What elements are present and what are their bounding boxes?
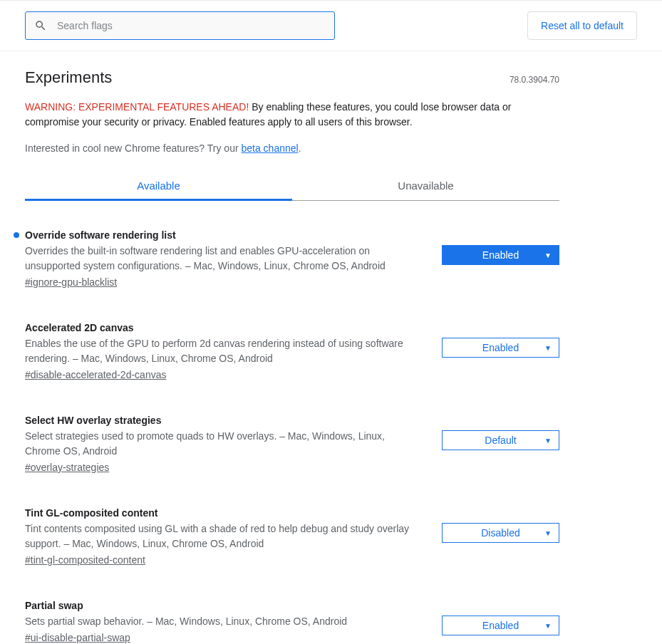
flag-title-text: Accelerated 2D canvas xyxy=(25,322,134,333)
flag-select[interactable]: Enabled▼ xyxy=(442,245,559,265)
flag-row: Select HW overlay strategiesSelect strat… xyxy=(25,415,559,473)
chevron-down-icon: ▼ xyxy=(544,251,552,259)
tab-unavailable[interactable]: Unavailable xyxy=(292,172,559,200)
content-area: Experiments 78.0.3904.70 WARNING: EXPERI… xyxy=(0,51,584,643)
search-container[interactable] xyxy=(25,11,335,40)
flag-row: Override software rendering listOverride… xyxy=(25,229,559,288)
flag-title: Partial swap xyxy=(25,600,420,611)
flags-list: Override software rendering listOverride… xyxy=(25,201,559,643)
flag-text: Partial swapSets partial swap behavior. … xyxy=(25,600,442,643)
flag-select-wrap: Disabled▼ xyxy=(442,507,559,543)
flag-hash-link[interactable]: #ui-disable-partial-swap xyxy=(25,632,130,643)
flag-title-text: Select HW overlay strategies xyxy=(25,415,161,426)
flag-select-value: Disabled xyxy=(481,527,519,539)
flag-select-wrap: Default▼ xyxy=(442,415,559,450)
flag-hash-link[interactable]: #ignore-gpu-blacklist xyxy=(25,276,117,288)
chevron-down-icon: ▼ xyxy=(544,437,552,445)
flag-description: Overrides the built-in software renderin… xyxy=(25,244,420,274)
interest-pre: Interested in cool new Chrome features? … xyxy=(25,142,241,154)
flag-title: Override software rendering list xyxy=(25,229,420,241)
flag-select[interactable]: Default▼ xyxy=(442,430,559,450)
chevron-down-icon: ▼ xyxy=(544,529,552,537)
flag-title-text: Override software rendering list xyxy=(25,229,176,241)
top-bar: Reset all to default xyxy=(0,0,662,51)
flag-text: Select HW overlay strategiesSelect strat… xyxy=(25,415,442,473)
warning-lead: WARNING: EXPERIMENTAL FEATURES AHEAD! xyxy=(25,101,249,113)
tabs: Available Unavailable xyxy=(25,172,559,201)
flag-select-value: Enabled xyxy=(482,620,519,631)
chevron-down-icon: ▼ xyxy=(544,622,552,630)
flag-description: Tint contents composited using GL with a… xyxy=(25,521,420,551)
flag-hash-link[interactable]: #tint-gl-composited-content xyxy=(25,554,145,566)
flag-select[interactable]: Enabled▼ xyxy=(442,616,559,635)
flag-select-wrap: Enabled▼ xyxy=(442,322,559,358)
flag-title: Accelerated 2D canvas xyxy=(25,322,420,333)
flag-select-value: Enabled xyxy=(482,342,519,353)
flag-description: Select strategies used to promote quads … xyxy=(25,429,420,459)
flag-row: Tint GL-composited contentTint contents … xyxy=(25,507,559,566)
search-input[interactable] xyxy=(57,20,326,31)
flag-text: Override software rendering listOverride… xyxy=(25,229,442,288)
flag-description: Sets partial swap behavior. – Mac, Windo… xyxy=(25,614,420,629)
page-title: Experiments xyxy=(25,68,112,87)
flag-description: Enables the use of the GPU to perform 2d… xyxy=(25,336,420,366)
version-label: 78.0.3904.70 xyxy=(510,75,559,85)
flag-select-wrap: Enabled▼ xyxy=(442,229,559,265)
flag-row: Accelerated 2D canvasEnables the use of … xyxy=(25,322,559,380)
flag-select-value: Default xyxy=(485,435,516,446)
flag-text: Tint GL-composited contentTint contents … xyxy=(25,507,442,566)
flag-select[interactable]: Disabled▼ xyxy=(442,523,559,543)
flag-title: Tint GL-composited content xyxy=(25,507,420,519)
flag-text: Accelerated 2D canvasEnables the use of … xyxy=(25,322,442,380)
tab-available[interactable]: Available xyxy=(25,172,292,200)
search-icon xyxy=(34,19,47,32)
flag-select-wrap: Enabled▼ xyxy=(442,600,559,635)
reset-all-button[interactable]: Reset all to default xyxy=(527,11,637,40)
beta-channel-link[interactable]: beta channel xyxy=(241,142,298,154)
modified-dot-icon xyxy=(14,232,19,238)
flag-hash-link[interactable]: #overlay-strategies xyxy=(25,462,109,473)
warning-text: WARNING: EXPERIMENTAL FEATURES AHEAD! By… xyxy=(25,100,559,130)
header-row: Experiments 78.0.3904.70 xyxy=(25,68,559,87)
flag-title-text: Tint GL-composited content xyxy=(25,507,157,519)
interest-post: . xyxy=(299,142,301,154)
flag-title: Select HW overlay strategies xyxy=(25,415,420,426)
flag-hash-link[interactable]: #disable-accelerated-2d-canvas xyxy=(25,369,166,380)
flag-select-value: Enabled xyxy=(482,249,519,261)
flag-title-text: Partial swap xyxy=(25,600,83,611)
interest-text: Interested in cool new Chrome features? … xyxy=(25,142,559,154)
chevron-down-icon: ▼ xyxy=(544,344,552,352)
flag-row: Partial swapSets partial swap behavior. … xyxy=(25,600,559,643)
flag-select[interactable]: Enabled▼ xyxy=(442,338,559,358)
